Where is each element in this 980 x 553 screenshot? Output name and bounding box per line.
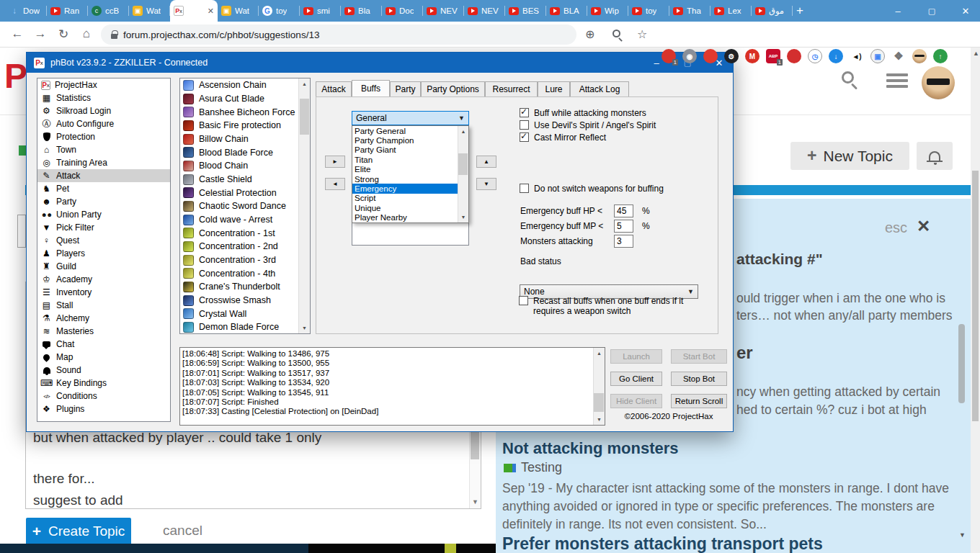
dropdown-option-party-champion[interactable]: Party Champion <box>352 135 459 145</box>
sidebar-item-key-bindings[interactable]: ⌨Key Bindings <box>37 377 170 390</box>
sidebar-item-chat[interactable]: Chat <box>37 338 170 351</box>
go-client-button[interactable]: Go Client <box>610 372 662 386</box>
skill-item-cold-wave-arrest[interactable]: Cold wave - Arrest <box>180 213 299 227</box>
search-zoom-icon[interactable] <box>612 30 620 37</box>
browser-tab-bes[interactable]: BES <box>505 0 546 22</box>
dropdown-option-script[interactable]: Script <box>352 194 459 203</box>
sidebar-item-attack[interactable]: ✎Attack <box>37 169 170 182</box>
recast-buffs-checkbox[interactable]: Recast all buffs when one buff ends if i… <box>519 296 715 316</box>
browser-tab-tha[interactable]: Tha <box>669 0 710 22</box>
download-arrow-icon[interactable]: ↓ <box>829 49 843 63</box>
hamburger-menu-icon[interactable] <box>886 73 908 89</box>
window-minimize-icon[interactable]: – <box>883 0 912 22</box>
back-icon[interactable]: ← <box>9 27 26 41</box>
skill-item-concentration-4th[interactable]: Concentration - 4th <box>180 266 299 280</box>
browser-tab-toy[interactable]: Gtoy <box>259 0 300 22</box>
scroll-up-icon[interactable]: ▲ <box>594 348 605 359</box>
panel-scrollbar-thumb[interactable] <box>958 324 965 403</box>
bot-log[interactable]: [18:06:48] Script: Walking to 13486, 975… <box>179 347 605 426</box>
forum-logo[interactable]: P <box>4 56 27 96</box>
sidebar-item-inventory[interactable]: ☰Inventory <box>37 286 170 299</box>
skill-item-chaotic-sword-dance[interactable]: Chaotic Sword Dance <box>180 199 299 213</box>
dropdown-option-party-general[interactable]: Party General <box>352 126 459 135</box>
skill-item-crosswise-smash[interactable]: Crosswise Smash <box>180 294 299 307</box>
checkbox-do-not-switch-weapons-for-buffing[interactable]: Do not switch weapons for buffing <box>520 184 664 194</box>
browser-tab-smi[interactable]: smi <box>300 0 341 22</box>
cancel-link[interactable]: cancel <box>163 523 202 539</box>
page-scrollbar-thumb[interactable] <box>972 171 979 421</box>
browser-tab-lex[interactable]: Lex <box>710 0 752 22</box>
close-tab-icon[interactable]: ✕ <box>208 6 214 16</box>
browser-tab-موق[interactable]: موق <box>752 0 793 22</box>
sidebar-item-union-party[interactable]: ☻☻Union Party <box>37 208 170 221</box>
dropdown-option-emergency[interactable]: Emergency <box>352 184 459 193</box>
result-category[interactable]: Testing <box>521 460 562 475</box>
skill-item-castle-shield[interactable]: Castle Shield <box>180 173 299 186</box>
move-down-button[interactable]: ▼ <box>476 178 496 190</box>
new-topic-button[interactable]: + New Topic <box>790 142 909 170</box>
tab-capture-icon[interactable]: ▣ <box>870 49 885 63</box>
skill-item-ascension-chain[interactable]: Ascension Chain <box>180 78 299 92</box>
sidebar-item-stall[interactable]: ▤Stall <box>37 299 170 312</box>
sidebar-item-guild[interactable]: ♜Guild <box>37 260 170 273</box>
skill-item-blood-chain[interactable]: Blood Chain <box>180 159 299 173</box>
sidebar-item-auto-configure[interactable]: ⒶAuto Configure <box>37 117 170 130</box>
sidebar-item-statistics[interactable]: ▦Statistics <box>37 91 170 104</box>
dropdown-scrollbar-thumb[interactable] <box>458 153 468 175</box>
sidebar-item-pick-filter[interactable]: ▼Pick Filter <box>37 221 170 234</box>
sidebar-item-alchemy[interactable]: ⚗Alchemy <box>37 312 170 325</box>
skill-item-concentration-3rd[interactable]: Concentration - 3rd <box>180 253 299 267</box>
new-tab-button[interactable]: + <box>790 1 809 20</box>
skill-item-basic-fire-protection[interactable]: Basic Fire protection <box>180 119 299 132</box>
skill-item-demon-blade-force[interactable]: Demon Blade Force <box>180 320 299 334</box>
profile-avatar-icon[interactable] <box>912 49 927 63</box>
log-scrollbar[interactable]: ▲ ▼ <box>593 348 605 425</box>
create-topic-button[interactable]: + Create Topic <box>26 518 131 545</box>
result-title-fragment[interactable]: er <box>736 343 753 363</box>
browser-tab-doc[interactable]: Doc <box>382 0 423 22</box>
film-reel-icon[interactable]: ◉ <box>682 49 697 63</box>
forum-search-icon[interactable] <box>842 71 854 84</box>
bookmark-star-icon[interactable]: ☆ <box>637 27 647 41</box>
browser-tab-active[interactable]: Px✕ <box>170 0 218 22</box>
browser-tab-wat[interactable]: ▣Wat <box>218 0 259 22</box>
dropdown-option-strong[interactable]: Strong <box>352 174 459 184</box>
sidebar-item-sound[interactable]: Sound <box>37 364 170 377</box>
sidebar-item-conditions[interactable]: </>Conditions <box>37 390 170 403</box>
dropdown-option-party-giant[interactable]: Party Giant <box>352 145 459 155</box>
browser-tab-toy[interactable]: toy <box>628 0 669 22</box>
gmail-icon[interactable]: M <box>745 49 760 63</box>
field-input-emergency-buff-mp[interactable]: 5 <box>614 220 633 233</box>
adblock-plus-icon[interactable]: ABP1 <box>766 49 780 63</box>
gear-extension-icon[interactable]: ⚙ <box>724 49 739 63</box>
checkbox-use-devil-s-spirit-angel-s-spirit[interactable]: Use Devil's Spirit / Angel's Spirit <box>520 120 656 130</box>
skill-item-asura-cut-blade[interactable]: Asura Cut Blade <box>180 92 299 106</box>
dropdown-option-unique[interactable]: Unique <box>352 203 459 212</box>
tab-party[interactable]: Party <box>390 81 421 96</box>
remove-skill-button[interactable]: ◄ <box>325 178 345 190</box>
dropdown-option-titan[interactable]: Titan <box>352 155 459 164</box>
scroll-up-icon[interactable]: ▲ <box>299 78 310 89</box>
skill-item-celestial-protection[interactable]: Celestial Protection <box>180 186 299 199</box>
adguard-icon[interactable]: 1 <box>662 49 676 63</box>
dropdown-option-player-nearby[interactable]: Player Nearby <box>352 213 459 222</box>
sidebar-item-academy[interactable]: ♔Academy <box>37 273 170 286</box>
checkbox-cast-mirror-reflect[interactable]: ✓Cast Mirror Reflect <box>520 132 606 143</box>
skill-item-crystal-wall[interactable]: Crystal Wall <box>180 307 299 320</box>
scroll-up-icon[interactable]: ▲ <box>973 50 979 57</box>
browser-tab-ccb[interactable]: cccB <box>88 0 129 22</box>
puzzle-icon[interactable]: ❖ <box>891 49 906 63</box>
log-scrollbar-thumb[interactable] <box>594 393 604 412</box>
result-title[interactable]: Prefer monsters attacking transport pets <box>502 534 823 553</box>
sidebar-item-quest[interactable]: ♀Quest <box>37 234 170 247</box>
scroll-down-icon[interactable]: ▼ <box>458 212 468 222</box>
skill-item-billow-chain[interactable]: Billow Chain <box>180 132 299 146</box>
browser-tab-ran[interactable]: Ran <box>47 0 88 22</box>
sidebar-item-masteries[interactable]: ≋Masteries <box>37 325 170 338</box>
return-scroll-button[interactable]: Return Scroll <box>671 394 727 408</box>
panel-close-icon[interactable]: ✕ <box>917 217 930 236</box>
browser-tab-bla[interactable]: BLA <box>546 0 587 22</box>
browser-tab-nev[interactable]: NEV <box>423 0 464 22</box>
composer-scrollbar-thumb[interactable] <box>471 432 479 459</box>
dropdown-scrollbar[interactable]: ▲ ▼ <box>458 126 468 222</box>
